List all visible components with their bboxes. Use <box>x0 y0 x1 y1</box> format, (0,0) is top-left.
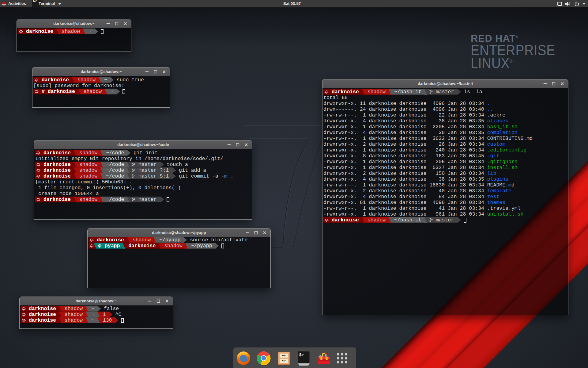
svg-text:$>: $> <box>299 353 303 357</box>
